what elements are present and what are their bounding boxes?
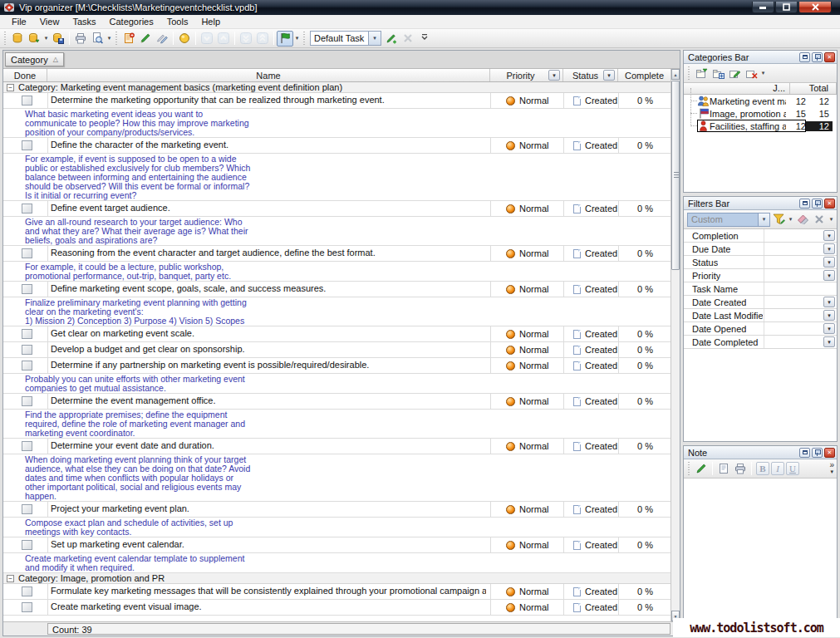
filter-value-dropdown[interactable]: ▾ bbox=[823, 297, 835, 307]
note-pin-button[interactable] bbox=[812, 448, 823, 458]
format-underline-button[interactable]: U bbox=[786, 462, 799, 475]
menu-tools[interactable]: Tools bbox=[160, 16, 195, 27]
highlight-flag-dropdown-icon[interactable]: ▾ bbox=[293, 35, 301, 42]
filter-value-dropdown[interactable]: ▾ bbox=[823, 336, 835, 347]
task-row[interactable]: Reasoning from the event character and t… bbox=[3, 246, 671, 262]
task-row[interactable]: Define event target audience.NormalCreat… bbox=[3, 201, 671, 217]
menu-categories[interactable]: Categories bbox=[103, 16, 160, 27]
task-row[interactable]: Determine your event date and duration.N… bbox=[3, 439, 671, 454]
filter-apply-button[interactable] bbox=[770, 212, 787, 228]
task-done-checkbox[interactable] bbox=[22, 602, 32, 612]
task-row[interactable]: Create marketing event visual image.Norm… bbox=[3, 600, 671, 616]
filter-apply-dropdown-icon[interactable]: ▾ bbox=[787, 216, 794, 223]
note-print-button[interactable] bbox=[732, 461, 749, 477]
task-done-checkbox[interactable] bbox=[22, 441, 32, 451]
filter-value-dropdown[interactable]: ▾ bbox=[823, 310, 835, 321]
filter-value-dropdown[interactable]: ▾ bbox=[823, 270, 835, 281]
column-header-done[interactable]: Done bbox=[3, 69, 47, 81]
category-group-row[interactable]: −Category: Marketing event management ba… bbox=[3, 82, 671, 93]
database-save-button[interactable] bbox=[50, 31, 66, 47]
column-header-priority[interactable]: Priority ▾ bbox=[490, 69, 563, 81]
categories-toolbar-overflow-icon[interactable]: ▾ bbox=[759, 70, 767, 76]
category-group-row[interactable]: −Category: Image, promotion and PR bbox=[3, 573, 671, 584]
categories-close-button[interactable]: ✕ bbox=[824, 52, 835, 62]
database-open-dropdown-icon[interactable]: ▾ bbox=[42, 35, 50, 42]
category-item[interactable]: Image, promotion and P1515 bbox=[684, 107, 837, 120]
task-edit-button[interactable] bbox=[137, 31, 154, 47]
category-delete-button[interactable] bbox=[743, 66, 759, 81]
eraser-button[interactable] bbox=[794, 212, 811, 228]
status-filter-dropdown[interactable]: ▾ bbox=[603, 70, 615, 81]
task-done-checkbox[interactable] bbox=[22, 284, 32, 294]
note-preview-button[interactable] bbox=[715, 461, 732, 477]
filter-preset-combobox[interactable]: Custom ▾ bbox=[687, 213, 770, 227]
database-open-button[interactable] bbox=[26, 31, 42, 47]
task-done-checkbox[interactable] bbox=[22, 361, 32, 371]
task-template-dropdown-icon[interactable]: ▾ bbox=[368, 32, 381, 45]
note-toolbar-more-icon[interactable]: »▾ bbox=[829, 462, 834, 475]
print-button[interactable] bbox=[72, 31, 89, 47]
task-done-checkbox[interactable] bbox=[22, 504, 32, 514]
filters-toolbar-overflow-icon[interactable]: ▾ bbox=[828, 216, 835, 223]
category-item[interactable]: Marketing event manage1212 bbox=[684, 95, 837, 107]
template-add-button[interactable] bbox=[383, 31, 400, 47]
category-new-button[interactable] bbox=[693, 66, 710, 81]
task-done-checkbox[interactable] bbox=[22, 396, 32, 406]
menu-file[interactable]: File bbox=[5, 16, 33, 27]
categories-column-j[interactable]: J... bbox=[773, 83, 785, 93]
category-edit-button[interactable] bbox=[726, 66, 743, 81]
highlight-flag-button[interactable] bbox=[277, 31, 293, 47]
filter-value-dropdown[interactable]: ▾ bbox=[823, 323, 835, 334]
filter-value-dropdown[interactable]: ▾ bbox=[823, 230, 835, 241]
task-row[interactable]: Determine the marketing opportunity that… bbox=[3, 93, 671, 109]
task-row[interactable]: Set up marketing event calendar.NormalCr… bbox=[3, 537, 671, 553]
task-row[interactable]: Formulate key marketing messages that wi… bbox=[3, 584, 671, 600]
task-done-checkbox[interactable] bbox=[22, 140, 32, 150]
task-done-checkbox[interactable] bbox=[22, 96, 32, 106]
task-done-checkbox[interactable] bbox=[22, 586, 32, 596]
categories-pin-button[interactable] bbox=[812, 52, 823, 62]
category-item[interactable]: Facilities, staffing and tr1212 bbox=[684, 120, 837, 132]
column-header-complete[interactable]: Complete bbox=[618, 69, 671, 81]
task-row[interactable]: Get clear on marketing event scale.Norma… bbox=[3, 326, 671, 342]
note-content[interactable] bbox=[684, 478, 837, 626]
format-bold-button[interactable]: B bbox=[756, 462, 769, 475]
task-row[interactable]: Project your marketing event plan.Normal… bbox=[3, 502, 671, 518]
print-preview-button[interactable] bbox=[89, 31, 106, 47]
categories-column-total[interactable]: Total bbox=[809, 83, 828, 93]
group-by-category-chip[interactable]: Category △ bbox=[5, 52, 64, 66]
column-header-status[interactable]: Status ▾ bbox=[563, 69, 618, 81]
filters-close-button[interactable]: ✕ bbox=[824, 199, 835, 209]
task-clone-button[interactable] bbox=[154, 31, 170, 47]
categories-minimize-button[interactable] bbox=[799, 52, 810, 62]
collapse-group-icon[interactable]: − bbox=[7, 575, 14, 582]
overflow-button[interactable] bbox=[416, 31, 433, 47]
priority-filter-dropdown[interactable]: ▾ bbox=[548, 70, 560, 81]
minimize-button[interactable] bbox=[752, 2, 774, 13]
task-template-combobox[interactable]: Default Task▾ bbox=[310, 31, 381, 46]
database-new-button[interactable] bbox=[9, 31, 26, 47]
note-close-button[interactable]: ✕ bbox=[824, 448, 835, 458]
task-row[interactable]: Develop a budget and get clear on sponso… bbox=[3, 342, 671, 358]
subcategory-new-button[interactable] bbox=[710, 66, 726, 81]
filters-pin-button[interactable] bbox=[812, 199, 823, 209]
filters-minimize-button[interactable] bbox=[799, 199, 810, 209]
task-done-checkbox[interactable] bbox=[22, 248, 32, 258]
task-row[interactable]: Determine the event management office.No… bbox=[3, 394, 671, 410]
task-new-button[interactable] bbox=[120, 31, 137, 47]
note-minimize-button[interactable] bbox=[799, 448, 810, 458]
task-row[interactable]: Define marketing event scope, goals, sca… bbox=[3, 282, 671, 297]
menu-help[interactable]: Help bbox=[194, 16, 227, 27]
clear-filter-button[interactable] bbox=[811, 212, 828, 228]
filter-value-dropdown[interactable]: ▾ bbox=[823, 243, 835, 254]
filter-preset-dropdown-icon[interactable]: ▾ bbox=[758, 213, 769, 226]
maximize-button[interactable] bbox=[775, 2, 798, 13]
filter-value-dropdown[interactable]: ▾ bbox=[823, 257, 835, 267]
task-done-checkbox[interactable] bbox=[22, 540, 32, 550]
close-button[interactable] bbox=[798, 2, 832, 13]
menu-tasks[interactable]: Tasks bbox=[66, 16, 102, 27]
scrollbar-thumb[interactable] bbox=[671, 81, 680, 270]
collapse-group-icon[interactable]: − bbox=[7, 84, 14, 91]
vertical-scrollbar[interactable]: ▲ ▼ bbox=[671, 69, 680, 621]
task-done-checkbox[interactable] bbox=[22, 204, 32, 213]
